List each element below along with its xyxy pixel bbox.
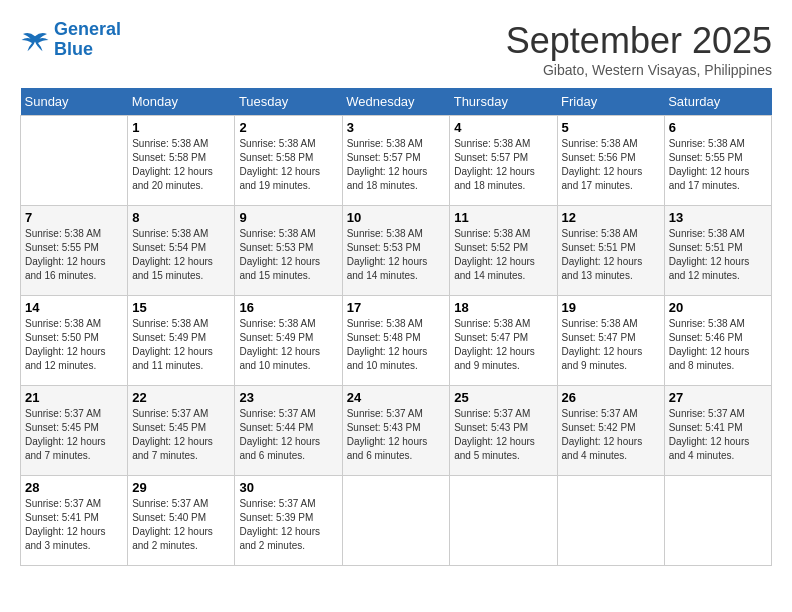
day-number: 21 [25, 390, 123, 405]
day-number: 12 [562, 210, 660, 225]
day-number: 25 [454, 390, 552, 405]
day-number: 4 [454, 120, 552, 135]
day-info: Sunrise: 5:38 AM Sunset: 5:54 PM Dayligh… [132, 227, 230, 283]
calendar-cell: 28Sunrise: 5:37 AM Sunset: 5:41 PM Dayli… [21, 476, 128, 566]
calendar-cell: 16Sunrise: 5:38 AM Sunset: 5:49 PM Dayli… [235, 296, 342, 386]
day-number: 3 [347, 120, 446, 135]
day-info: Sunrise: 5:37 AM Sunset: 5:43 PM Dayligh… [454, 407, 552, 463]
calendar-cell: 30Sunrise: 5:37 AM Sunset: 5:39 PM Dayli… [235, 476, 342, 566]
day-info: Sunrise: 5:38 AM Sunset: 5:48 PM Dayligh… [347, 317, 446, 373]
day-info: Sunrise: 5:38 AM Sunset: 5:55 PM Dayligh… [669, 137, 767, 193]
calendar-cell: 3Sunrise: 5:38 AM Sunset: 5:57 PM Daylig… [342, 116, 450, 206]
day-info: Sunrise: 5:37 AM Sunset: 5:41 PM Dayligh… [25, 497, 123, 553]
day-info: Sunrise: 5:38 AM Sunset: 5:46 PM Dayligh… [669, 317, 767, 373]
day-info: Sunrise: 5:38 AM Sunset: 5:58 PM Dayligh… [239, 137, 337, 193]
calendar-cell: 13Sunrise: 5:38 AM Sunset: 5:51 PM Dayli… [664, 206, 771, 296]
day-info: Sunrise: 5:38 AM Sunset: 5:53 PM Dayligh… [347, 227, 446, 283]
calendar-cell [450, 476, 557, 566]
calendar-cell: 20Sunrise: 5:38 AM Sunset: 5:46 PM Dayli… [664, 296, 771, 386]
day-number: 20 [669, 300, 767, 315]
calendar-cell: 19Sunrise: 5:38 AM Sunset: 5:47 PM Dayli… [557, 296, 664, 386]
day-number: 23 [239, 390, 337, 405]
calendar-cell: 21Sunrise: 5:37 AM Sunset: 5:45 PM Dayli… [21, 386, 128, 476]
calendar-table: SundayMondayTuesdayWednesdayThursdayFrid… [20, 88, 772, 566]
day-number: 19 [562, 300, 660, 315]
day-number: 26 [562, 390, 660, 405]
day-header-wednesday: Wednesday [342, 88, 450, 116]
day-number: 2 [239, 120, 337, 135]
day-info: Sunrise: 5:38 AM Sunset: 5:53 PM Dayligh… [239, 227, 337, 283]
calendar-cell [342, 476, 450, 566]
day-number: 6 [669, 120, 767, 135]
day-number: 13 [669, 210, 767, 225]
day-info: Sunrise: 5:38 AM Sunset: 5:57 PM Dayligh… [454, 137, 552, 193]
day-header-thursday: Thursday [450, 88, 557, 116]
calendar-cell: 23Sunrise: 5:37 AM Sunset: 5:44 PM Dayli… [235, 386, 342, 476]
day-info: Sunrise: 5:37 AM Sunset: 5:45 PM Dayligh… [132, 407, 230, 463]
day-number: 24 [347, 390, 446, 405]
day-info: Sunrise: 5:38 AM Sunset: 5:47 PM Dayligh… [454, 317, 552, 373]
day-number: 16 [239, 300, 337, 315]
day-info: Sunrise: 5:38 AM Sunset: 5:52 PM Dayligh… [454, 227, 552, 283]
location: Gibato, Western Visayas, Philippines [506, 62, 772, 78]
calendar-cell: 18Sunrise: 5:38 AM Sunset: 5:47 PM Dayli… [450, 296, 557, 386]
day-info: Sunrise: 5:38 AM Sunset: 5:47 PM Dayligh… [562, 317, 660, 373]
calendar-cell: 22Sunrise: 5:37 AM Sunset: 5:45 PM Dayli… [128, 386, 235, 476]
calendar-week-3: 14Sunrise: 5:38 AM Sunset: 5:50 PM Dayli… [21, 296, 772, 386]
page-header: General Blue September 2025 Gibato, West… [20, 20, 772, 78]
calendar-cell: 10Sunrise: 5:38 AM Sunset: 5:53 PM Dayli… [342, 206, 450, 296]
logo: General Blue [20, 20, 121, 60]
day-number: 30 [239, 480, 337, 495]
day-number: 7 [25, 210, 123, 225]
calendar-week-4: 21Sunrise: 5:37 AM Sunset: 5:45 PM Dayli… [21, 386, 772, 476]
calendar-cell [21, 116, 128, 206]
day-info: Sunrise: 5:38 AM Sunset: 5:58 PM Dayligh… [132, 137, 230, 193]
title-block: September 2025 Gibato, Western Visayas, … [506, 20, 772, 78]
calendar-cell: 6Sunrise: 5:38 AM Sunset: 5:55 PM Daylig… [664, 116, 771, 206]
day-info: Sunrise: 5:37 AM Sunset: 5:45 PM Dayligh… [25, 407, 123, 463]
day-number: 17 [347, 300, 446, 315]
day-info: Sunrise: 5:37 AM Sunset: 5:40 PM Dayligh… [132, 497, 230, 553]
day-header-sunday: Sunday [21, 88, 128, 116]
logo-text: General Blue [54, 20, 121, 60]
day-number: 10 [347, 210, 446, 225]
calendar-cell: 27Sunrise: 5:37 AM Sunset: 5:41 PM Dayli… [664, 386, 771, 476]
calendar-cell: 4Sunrise: 5:38 AM Sunset: 5:57 PM Daylig… [450, 116, 557, 206]
logo-icon [20, 25, 50, 55]
day-number: 15 [132, 300, 230, 315]
calendar-cell [664, 476, 771, 566]
day-number: 27 [669, 390, 767, 405]
day-number: 1 [132, 120, 230, 135]
day-info: Sunrise: 5:38 AM Sunset: 5:56 PM Dayligh… [562, 137, 660, 193]
day-number: 8 [132, 210, 230, 225]
calendar-cell: 9Sunrise: 5:38 AM Sunset: 5:53 PM Daylig… [235, 206, 342, 296]
day-number: 14 [25, 300, 123, 315]
calendar-header-row: SundayMondayTuesdayWednesdayThursdayFrid… [21, 88, 772, 116]
day-info: Sunrise: 5:37 AM Sunset: 5:39 PM Dayligh… [239, 497, 337, 553]
calendar-cell: 12Sunrise: 5:38 AM Sunset: 5:51 PM Dayli… [557, 206, 664, 296]
day-info: Sunrise: 5:37 AM Sunset: 5:43 PM Dayligh… [347, 407, 446, 463]
day-header-tuesday: Tuesday [235, 88, 342, 116]
calendar-cell: 25Sunrise: 5:37 AM Sunset: 5:43 PM Dayli… [450, 386, 557, 476]
day-header-saturday: Saturday [664, 88, 771, 116]
day-info: Sunrise: 5:38 AM Sunset: 5:51 PM Dayligh… [669, 227, 767, 283]
calendar-cell: 24Sunrise: 5:37 AM Sunset: 5:43 PM Dayli… [342, 386, 450, 476]
calendar-week-1: 1Sunrise: 5:38 AM Sunset: 5:58 PM Daylig… [21, 116, 772, 206]
day-info: Sunrise: 5:38 AM Sunset: 5:49 PM Dayligh… [132, 317, 230, 373]
month-title: September 2025 [506, 20, 772, 62]
calendar-cell [557, 476, 664, 566]
day-info: Sunrise: 5:38 AM Sunset: 5:51 PM Dayligh… [562, 227, 660, 283]
day-number: 28 [25, 480, 123, 495]
day-number: 11 [454, 210, 552, 225]
calendar-cell: 14Sunrise: 5:38 AM Sunset: 5:50 PM Dayli… [21, 296, 128, 386]
day-info: Sunrise: 5:38 AM Sunset: 5:49 PM Dayligh… [239, 317, 337, 373]
day-info: Sunrise: 5:38 AM Sunset: 5:57 PM Dayligh… [347, 137, 446, 193]
calendar-cell: 15Sunrise: 5:38 AM Sunset: 5:49 PM Dayli… [128, 296, 235, 386]
calendar-week-2: 7Sunrise: 5:38 AM Sunset: 5:55 PM Daylig… [21, 206, 772, 296]
day-number: 9 [239, 210, 337, 225]
day-info: Sunrise: 5:37 AM Sunset: 5:41 PM Dayligh… [669, 407, 767, 463]
calendar-cell: 1Sunrise: 5:38 AM Sunset: 5:58 PM Daylig… [128, 116, 235, 206]
calendar-cell: 29Sunrise: 5:37 AM Sunset: 5:40 PM Dayli… [128, 476, 235, 566]
calendar-week-5: 28Sunrise: 5:37 AM Sunset: 5:41 PM Dayli… [21, 476, 772, 566]
calendar-cell: 17Sunrise: 5:38 AM Sunset: 5:48 PM Dayli… [342, 296, 450, 386]
